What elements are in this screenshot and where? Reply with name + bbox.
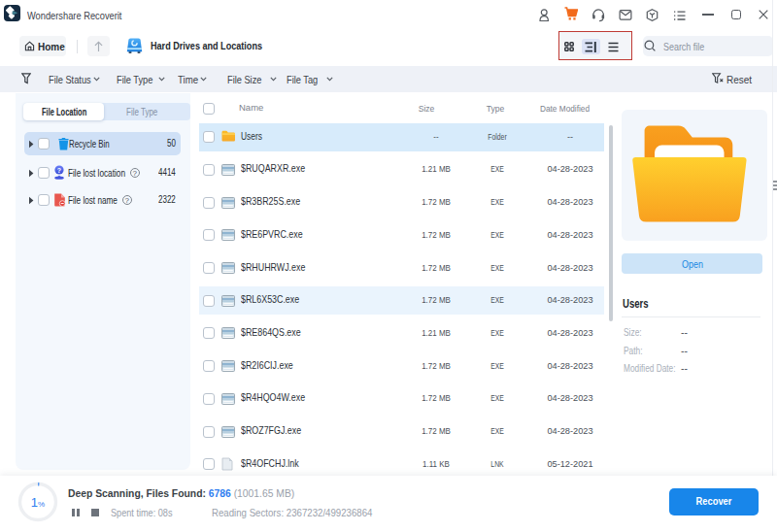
- svg-text:?: ?: [56, 167, 60, 174]
